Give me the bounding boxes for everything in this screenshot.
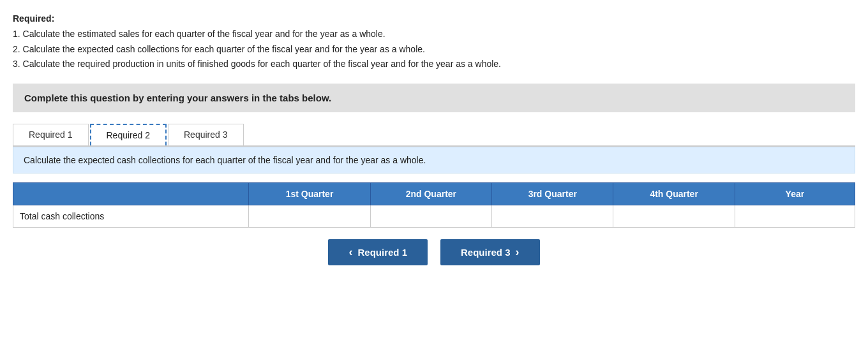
- row-label-total-cash: Total cash collections: [13, 205, 249, 228]
- col-header-q2: 2nd Quarter: [370, 183, 491, 205]
- col-header-q1: 1st Quarter: [249, 183, 370, 205]
- input-year[interactable]: [742, 210, 848, 223]
- prev-button[interactable]: Required 1: [328, 239, 428, 265]
- cash-collections-table: 1st Quarter 2nd Quarter 3rd Quarter 4th …: [13, 182, 855, 228]
- instructions-section: Required: 1. Calculate the estimated sal…: [13, 11, 855, 72]
- banner-text: Complete this question by entering your …: [24, 92, 331, 103]
- input-q4[interactable]: [620, 210, 728, 223]
- prev-chevron-icon: [348, 246, 352, 259]
- instruction-item-3: 3. Calculate the required production in …: [13, 57, 855, 72]
- tab-required-2[interactable]: Required 2: [90, 124, 167, 145]
- input-q1[interactable]: [255, 210, 363, 223]
- input-q2[interactable]: [377, 210, 485, 223]
- instruction-item-2: 2. Calculate the expected cash collectio…: [13, 42, 855, 57]
- button-row: Required 1 Required 3: [13, 239, 855, 265]
- cell-q4[interactable]: [613, 205, 735, 228]
- col-header-q3: 3rd Quarter: [492, 183, 613, 205]
- next-button[interactable]: Required 3: [440, 239, 540, 265]
- instructions-label: Required:: [13, 13, 54, 24]
- data-table-section: 1st Quarter 2nd Quarter 3rd Quarter 4th …: [13, 182, 855, 228]
- tab-required-3[interactable]: Required 3: [168, 124, 244, 145]
- table-header-row: 1st Quarter 2nd Quarter 3rd Quarter 4th …: [13, 183, 855, 205]
- next-button-label: Required 3: [461, 247, 511, 258]
- cell-year[interactable]: [735, 205, 855, 228]
- complete-banner: Complete this question by entering your …: [13, 84, 855, 112]
- table-row: Total cash collections: [13, 205, 855, 228]
- instruction-item-1: 1. Calculate the estimated sales for eac…: [13, 27, 855, 42]
- col-header-year: Year: [735, 183, 855, 205]
- cell-q3[interactable]: [492, 205, 613, 228]
- input-q3[interactable]: [498, 210, 606, 223]
- tab-required-1[interactable]: Required 1: [13, 124, 89, 145]
- tab-description: Calculate the expected cash collections …: [13, 147, 855, 173]
- prev-button-label: Required 1: [357, 247, 407, 258]
- cell-q1[interactable]: [249, 205, 370, 228]
- col-header-label: [13, 183, 249, 205]
- next-chevron-icon: [516, 246, 520, 259]
- cell-q2[interactable]: [370, 205, 491, 228]
- col-header-q4: 4th Quarter: [613, 183, 735, 205]
- tabs-container: Required 1 Required 2 Required 3: [13, 124, 855, 147]
